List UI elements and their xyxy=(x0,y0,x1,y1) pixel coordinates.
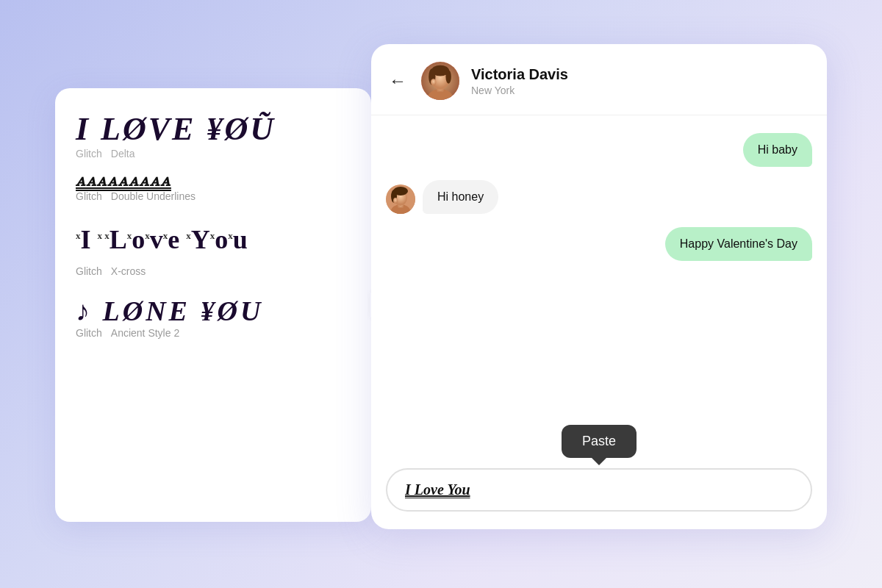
label1-style: Glitch xyxy=(76,148,102,159)
font-styles-card: I LØVE ¥ØŨ Glitch Delta ᴀᴀᴀᴀᴀᴀᴀᴀᴀ Glitch… xyxy=(55,88,371,522)
contact-info: Victoria Davis New York xyxy=(471,66,809,96)
label3-variant: X-cross xyxy=(111,265,146,277)
scene: I LØVE ¥ØŨ Glitch Delta ᴀᴀᴀᴀᴀᴀᴀᴀᴀ Glitch… xyxy=(55,44,827,544)
font-label-row-2: Glitch Double Underlines xyxy=(76,190,351,202)
svg-point-6 xyxy=(445,70,451,84)
contact-location: New York xyxy=(471,85,809,96)
back-button[interactable]: ← xyxy=(389,71,406,91)
label2-variant: Double Underlines xyxy=(111,190,196,202)
font-label-row-3: Glitch X-cross xyxy=(76,265,351,277)
ancient-style-preview: ♪ LØNE ¥ØU xyxy=(76,295,351,327)
chat-header: ← xyxy=(371,44,827,115)
message-bubble-sent: Hi baby xyxy=(743,133,812,167)
received-avatar xyxy=(386,184,415,214)
chat-messages: Hi baby xyxy=(371,115,827,413)
message-row: Hi baby xyxy=(386,133,812,167)
message-row: Hi honey xyxy=(386,180,812,214)
glitch-double-underline-preview: ᴀᴀᴀᴀᴀᴀᴀᴀᴀ xyxy=(76,171,351,190)
svg-point-14 xyxy=(393,198,398,204)
paste-tooltip[interactable]: Paste xyxy=(562,425,637,458)
avatar-image xyxy=(421,62,459,100)
message-bubble-received: Hi honey xyxy=(423,180,498,214)
xcross-preview: xI x xLxoxvxe xYxoxu xyxy=(76,220,351,259)
received-avatar-image xyxy=(386,184,415,214)
contact-name: Victoria Davis xyxy=(471,66,809,83)
label1-variant: Delta xyxy=(111,148,135,159)
label4-variant: Ancient Style 2 xyxy=(111,327,179,339)
glitch-main-preview: I LØVE ¥ØŨ xyxy=(76,110,276,148)
message-bubble-sent-2: Happy Valentine's Day xyxy=(665,227,812,261)
label3-style: Glitch xyxy=(76,265,102,277)
font-label-row-4: Glitch Ancient Style 2 xyxy=(76,327,351,339)
message-row: Happy Valentine's Day xyxy=(386,227,812,261)
message-input[interactable] xyxy=(386,468,812,512)
svg-point-7 xyxy=(431,79,436,85)
chat-input-area: Paste xyxy=(371,413,827,529)
contact-avatar xyxy=(420,60,461,101)
label2-style: Glitch xyxy=(76,190,102,202)
label4-style: Glitch xyxy=(76,327,102,339)
chat-card: ← xyxy=(371,44,827,529)
font-label-row-1: Glitch Delta xyxy=(76,148,351,159)
